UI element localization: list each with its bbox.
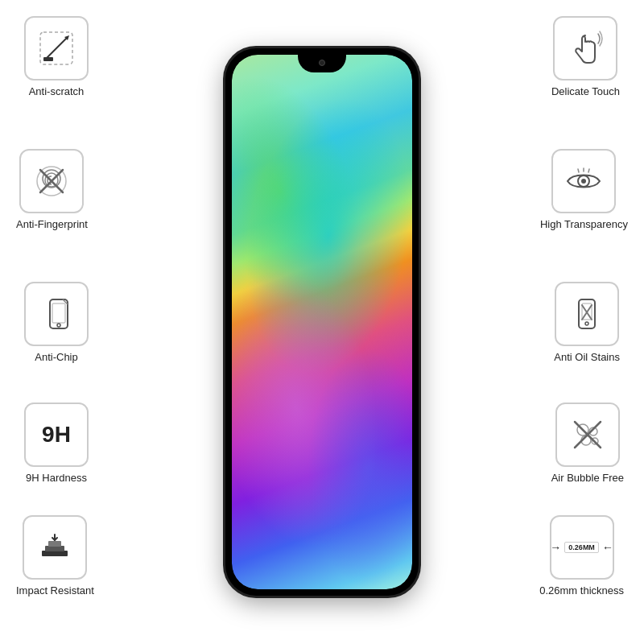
phone-notch [298, 55, 346, 72]
eye-icon [563, 160, 605, 202]
anti-scratch-icon-box [24, 16, 89, 80]
svg-line-1 [47, 39, 66, 58]
anti-oil-stains-label: Anti Oil Stains [554, 351, 620, 363]
air-bubble-free-label: Air Bubble Free [551, 472, 624, 484]
feature-9h-hardness: 9H 9H Hardness [24, 402, 89, 484]
svg-rect-3 [43, 57, 53, 61]
bubble-free-icon-box [555, 402, 620, 467]
phone-camera [319, 60, 325, 66]
9h-icon-box: 9H [24, 402, 89, 467]
thickness-value: 0.26MM [564, 542, 599, 553]
chip-icon [35, 293, 77, 335]
impact-icon [34, 526, 76, 568]
fingerprint-icon [31, 160, 72, 202]
bubble-icon [567, 414, 609, 456]
svg-point-9 [57, 324, 60, 327]
feature-air-bubble-free: Air Bubble Free [551, 402, 624, 484]
feature-anti-scratch: Anti-scratch [24, 16, 89, 97]
feature-delicate-touch: Delicate Touch [551, 16, 620, 97]
thickness-arrows: → 0.26MM ← [550, 541, 613, 554]
svg-rect-8 [52, 303, 65, 323]
phone [225, 48, 419, 596]
svg-line-17 [578, 169, 579, 172]
svg-rect-11 [42, 551, 68, 556]
touch-icon [564, 27, 606, 69]
feature-thickness: → 0.26MM ← 0.26mm thickness [539, 515, 624, 597]
feature-high-transparency: High Transparency [540, 149, 628, 230]
feature-anti-fingerprint: Anti-Fingerprint [16, 149, 88, 230]
phone-screen-inner [232, 55, 412, 589]
thickness-icon-box: → 0.26MM ← [550, 515, 614, 580]
svg-rect-12 [45, 546, 64, 551]
oil-icon [566, 293, 608, 335]
feature-anti-oil-stains: Anti Oil Stains [554, 282, 620, 363]
delicate-touch-icon-box [553, 16, 617, 80]
arrow-left: → [550, 541, 561, 554]
svg-point-16 [581, 179, 586, 184]
phone-screen [232, 55, 412, 589]
9h-hardness-label: 9H Hardness [26, 472, 87, 484]
svg-rect-13 [48, 541, 61, 547]
anti-fingerprint-icon-box [19, 149, 84, 213]
anti-oil-icon-box [555, 282, 619, 346]
delicate-touch-label: Delicate Touch [551, 85, 620, 97]
impact-resistant-label: Impact Resistant [16, 584, 94, 597]
svg-line-19 [588, 169, 589, 172]
transparency-icon-box [551, 149, 616, 213]
main-container: Anti-scratch Anti-Fingerprint [0, 0, 644, 644]
feature-anti-chip: Anti-Chip [24, 282, 89, 363]
thickness-label: 0.26mm thickness [539, 584, 624, 597]
impact-icon-box [23, 515, 87, 580]
anti-chip-label: Anti-Chip [35, 351, 77, 363]
anti-scratch-label: Anti-scratch [29, 85, 85, 97]
feature-impact-resistant: Impact Resistant [16, 515, 94, 597]
arrow-right: ← [602, 541, 613, 554]
9h-text: 9H [42, 422, 71, 448]
phone-wrapper [225, 48, 419, 596]
svg-point-22 [585, 322, 588, 325]
anti-chip-icon-box [24, 282, 89, 346]
anti-fingerprint-label: Anti-Fingerprint [16, 218, 88, 230]
high-transparency-label: High Transparency [540, 218, 628, 230]
scratch-icon [35, 27, 77, 69]
